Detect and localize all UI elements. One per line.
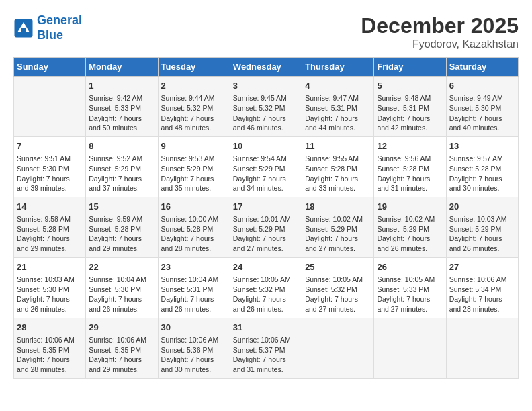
page-subtitle: Fyodorov, Kazakhstan [361,38,519,50]
day-number: 3 [233,80,299,92]
day-info: Sunrise: 9:52 AM Sunset: 5:29 PM Dayligh… [89,154,154,193]
day-number: 22 [89,261,154,273]
day-number: 20 [449,201,515,213]
day-number: 5 [377,80,443,92]
calendar-cell: 26Sunrise: 10:05 AM Sunset: 5:33 PM Dayl… [374,257,446,318]
calendar-cell: 3Sunrise: 9:45 AM Sunset: 5:32 PM Daylig… [230,77,302,137]
header-row: SundayMondayTuesdayWednesdayThursdayFrid… [14,58,519,77]
week-row-1: 1Sunrise: 9:42 AM Sunset: 5:33 PM Daylig… [14,77,519,137]
day-info: Sunrise: 9:59 AM Sunset: 5:28 PM Dayligh… [89,214,154,254]
day-number: 6 [449,80,515,92]
logo: General Blue [13,13,82,42]
calendar-cell: 2Sunrise: 9:44 AM Sunset: 5:32 PM Daylig… [158,77,230,137]
logo-text: General Blue [37,13,82,42]
column-header-sunday: Sunday [14,58,86,77]
day-info: Sunrise: 10:06 AM Sunset: 5:35 PM Daylig… [89,335,154,375]
day-info: Sunrise: 10:03 AM Sunset: 5:30 PM Daylig… [17,275,83,314]
day-number: 19 [377,201,443,213]
calendar-cell: 12Sunrise: 9:56 AM Sunset: 5:28 PM Dayli… [374,136,446,197]
calendar-cell [302,318,374,378]
day-number: 14 [17,201,83,213]
day-info: Sunrise: 10:06 AM Sunset: 5:35 PM Daylig… [17,335,83,375]
day-number: 29 [89,322,154,334]
calendar-cell: 1Sunrise: 9:42 AM Sunset: 5:33 PM Daylig… [86,77,158,137]
calendar-cell [374,318,446,378]
calendar-cell: 24Sunrise: 10:05 AM Sunset: 5:32 PM Dayl… [230,257,302,318]
page-title: December 2025 [361,13,519,38]
day-info: Sunrise: 9:48 AM Sunset: 5:31 PM Dayligh… [377,93,443,133]
day-info: Sunrise: 10:05 AM Sunset: 5:32 PM Daylig… [233,275,299,314]
day-number: 28 [17,322,83,334]
day-number: 8 [89,140,154,152]
calendar-cell: 4Sunrise: 9:47 AM Sunset: 5:31 PM Daylig… [302,77,374,137]
day-info: Sunrise: 9:54 AM Sunset: 5:29 PM Dayligh… [233,154,299,193]
day-info: Sunrise: 10:03 AM Sunset: 5:29 PM Daylig… [449,214,515,254]
day-info: Sunrise: 9:45 AM Sunset: 5:32 PM Dayligh… [233,93,299,133]
calendar-cell: 6Sunrise: 9:49 AM Sunset: 5:30 PM Daylig… [446,77,518,137]
calendar-cell: 29Sunrise: 10:06 AM Sunset: 5:35 PM Dayl… [86,318,158,378]
calendar-cell: 19Sunrise: 10:02 AM Sunset: 5:29 PM Dayl… [374,197,446,257]
column-header-saturday: Saturday [446,58,518,77]
day-info: Sunrise: 10:04 AM Sunset: 5:30 PM Daylig… [89,275,154,314]
day-info: Sunrise: 9:44 AM Sunset: 5:32 PM Dayligh… [161,93,227,133]
day-number: 18 [305,201,371,213]
calendar-cell: 21Sunrise: 10:03 AM Sunset: 5:30 PM Dayl… [14,257,86,318]
day-number: 27 [449,261,515,273]
calendar-cell: 28Sunrise: 10:06 AM Sunset: 5:35 PM Dayl… [14,318,86,378]
day-number: 26 [377,261,443,273]
day-number: 2 [161,80,227,92]
day-number: 13 [449,140,515,152]
day-number: 11 [305,140,371,152]
calendar-cell: 9Sunrise: 9:53 AM Sunset: 5:29 PM Daylig… [158,136,230,197]
calendar-cell [14,77,86,137]
day-info: Sunrise: 10:06 AM Sunset: 5:36 PM Daylig… [161,335,227,375]
day-number: 30 [161,322,227,334]
day-info: Sunrise: 10:02 AM Sunset: 5:29 PM Daylig… [377,214,443,254]
day-info: Sunrise: 9:58 AM Sunset: 5:28 PM Dayligh… [17,214,83,254]
column-header-monday: Monday [86,58,158,77]
day-info: Sunrise: 9:49 AM Sunset: 5:30 PM Dayligh… [449,93,515,133]
calendar-cell: 17Sunrise: 10:01 AM Sunset: 5:29 PM Dayl… [230,197,302,257]
calendar-cell: 16Sunrise: 10:00 AM Sunset: 5:28 PM Dayl… [158,197,230,257]
day-number: 16 [161,201,227,213]
week-row-2: 7Sunrise: 9:51 AM Sunset: 5:30 PM Daylig… [14,136,519,197]
calendar-cell: 10Sunrise: 9:54 AM Sunset: 5:29 PM Dayli… [230,136,302,197]
day-info: Sunrise: 10:05 AM Sunset: 5:33 PM Daylig… [377,275,443,314]
calendar-cell: 27Sunrise: 10:06 AM Sunset: 5:34 PM Dayl… [446,257,518,318]
calendar-cell: 7Sunrise: 9:51 AM Sunset: 5:30 PM Daylig… [14,136,86,197]
day-number: 25 [305,261,371,273]
week-row-4: 21Sunrise: 10:03 AM Sunset: 5:30 PM Dayl… [14,257,519,318]
day-number: 10 [233,140,299,152]
day-info: Sunrise: 9:55 AM Sunset: 5:28 PM Dayligh… [305,154,371,193]
day-number: 4 [305,80,371,92]
calendar-cell: 15Sunrise: 9:59 AM Sunset: 5:28 PM Dayli… [86,197,158,257]
calendar-cell: 23Sunrise: 10:04 AM Sunset: 5:31 PM Dayl… [158,257,230,318]
day-number: 7 [17,140,83,152]
day-number: 12 [377,140,443,152]
day-info: Sunrise: 9:53 AM Sunset: 5:29 PM Dayligh… [161,154,227,193]
page-header: General Blue December 2025 Fyodorov, Kaz… [13,13,519,50]
calendar-cell: 14Sunrise: 9:58 AM Sunset: 5:28 PM Dayli… [14,197,86,257]
calendar-table: SundayMondayTuesdayWednesdayThursdayFrid… [13,57,519,379]
calendar-cell: 31Sunrise: 10:06 AM Sunset: 5:37 PM Dayl… [230,318,302,378]
calendar-cell: 11Sunrise: 9:55 AM Sunset: 5:28 PM Dayli… [302,136,374,197]
day-info: Sunrise: 9:56 AM Sunset: 5:28 PM Dayligh… [377,154,443,193]
day-number: 23 [161,261,227,273]
day-number: 1 [89,80,154,92]
logo-icon [13,18,34,38]
column-header-wednesday: Wednesday [230,58,302,77]
day-number: 9 [161,140,227,152]
day-info: Sunrise: 9:47 AM Sunset: 5:31 PM Dayligh… [305,93,371,133]
day-info: Sunrise: 10:01 AM Sunset: 5:29 PM Daylig… [233,214,299,254]
week-row-3: 14Sunrise: 9:58 AM Sunset: 5:28 PM Dayli… [14,197,519,257]
calendar-cell: 5Sunrise: 9:48 AM Sunset: 5:31 PM Daylig… [374,77,446,137]
day-info: Sunrise: 10:06 AM Sunset: 5:34 PM Daylig… [449,275,515,314]
calendar-cell [446,318,518,378]
day-info: Sunrise: 10:05 AM Sunset: 5:32 PM Daylig… [305,275,371,314]
day-number: 31 [233,322,299,334]
calendar-cell: 8Sunrise: 9:52 AM Sunset: 5:29 PM Daylig… [86,136,158,197]
svg-rect-2 [21,28,26,34]
week-row-5: 28Sunrise: 10:06 AM Sunset: 5:35 PM Dayl… [14,318,519,378]
column-header-tuesday: Tuesday [158,58,230,77]
calendar-cell: 18Sunrise: 10:02 AM Sunset: 5:29 PM Dayl… [302,197,374,257]
